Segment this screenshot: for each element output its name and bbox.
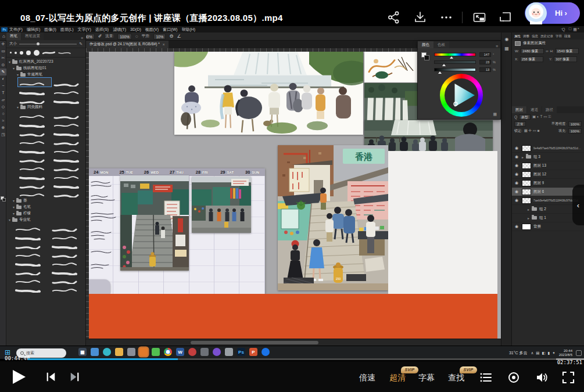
saturation-unit: % [493, 60, 496, 64]
play-button[interactable] [13, 370, 26, 384]
brush-preset: 颜色几滴4 [14, 240, 49, 249]
layer-filter-row: Q 类型 ▣ ◐ T ▭ ⚿ [512, 113, 584, 120]
caret-icon: ▸ [528, 216, 529, 220]
taskbar-app-wechat-icon [152, 348, 160, 356]
vertical-ruler [86, 52, 89, 339]
color-panel-tabs: 颜色 色板 ≡ [418, 41, 500, 48]
eye-icon: ◉ [514, 163, 519, 168]
quality-button[interactable]: 超清 [389, 373, 406, 383]
brush-folder: ▾线稿画笔组01 [6, 65, 85, 71]
current-time: 00:44:40 [5, 355, 30, 361]
eyedropper-tool-icon: ⊙ [0, 62, 6, 69]
login-label: Hi › [555, 9, 567, 17]
panel-dock-strip: ◉ ▦ [501, 33, 511, 346]
grid-panel-icon: ▦ [501, 44, 512, 53]
layers-panel-tabs: 图层 通道 路径 [512, 106, 584, 113]
svip-badge-quality: SVIP [401, 366, 418, 373]
layer-thumbnail [522, 145, 531, 152]
brush-preset: 沉点 [18, 189, 51, 197]
caret-icon: ▾ [13, 205, 15, 209]
ps-menu-item: 3D(D) [130, 27, 141, 31]
next-episode-button[interactable] [69, 371, 81, 383]
properties-panel-tabs: 属性调整信息历史记录字符段落 [512, 33, 584, 39]
fill-label: 填充: [558, 128, 567, 134]
layer-opacity-value: 100% [568, 121, 582, 127]
caret-icon: ▾ [9, 218, 10, 222]
volume-icon[interactable] [535, 371, 549, 384]
previous-episode-button[interactable] [44, 371, 57, 383]
subtitles-button[interactable]: 字幕 [418, 373, 435, 383]
folder-icon [12, 60, 17, 64]
taskbar-apps: ▦WPsP [78, 348, 270, 356]
taskbar-app-explorer-icon [115, 348, 123, 356]
ps-menu-item: 视图(V) [145, 27, 159, 33]
caret-icon: ▾ [17, 105, 19, 109]
fullscreen-icon[interactable] [561, 371, 575, 384]
brush-preset: 大湖子 [52, 145, 85, 154]
folder-icon [20, 73, 26, 77]
taskbar-app-chrome-icon [164, 348, 172, 356]
login-button[interactable]: Hi › [525, 2, 580, 24]
caret-icon: ▾ [9, 60, 10, 64]
layer-row: ◉图层 13 [512, 161, 584, 170]
layer-row: ◉背景 [512, 222, 584, 231]
marquee-tool-icon: ▭ [0, 48, 6, 55]
hue-value: 147 [479, 52, 491, 57]
tab-color: 颜色 [418, 41, 433, 48]
crop-tool-icon: ◳ [0, 131, 6, 138]
playback-speed-button[interactable]: 倍速 [359, 373, 375, 383]
ps-logo-icon: Ps [1, 27, 8, 32]
brush-preset: 蘸水感 [52, 119, 85, 128]
calendar-day-header: 28FRI [189, 168, 214, 176]
brush-preset: 移动人群 [51, 258, 86, 267]
download-icon[interactable] [413, 10, 428, 25]
lens-settings-icon[interactable] [507, 371, 521, 384]
group-folder-icon [526, 155, 531, 159]
find-button[interactable]: 查找 [448, 373, 464, 383]
picture-in-picture-icon[interactable] [472, 10, 487, 25]
playlist-icon[interactable] [479, 371, 493, 384]
properties-object-row: 像素图层属性 [512, 39, 584, 47]
brush-folder: ▾柠檬 [6, 210, 85, 217]
caret-icon: ▸ [522, 155, 524, 159]
topbar-divider [462, 12, 463, 23]
properties-tab: 字符 [556, 34, 562, 38]
more-icon[interactable] [439, 10, 454, 25]
pen-pressure-icon: ✎ [79, 42, 83, 46]
layer-row: ◉▸组 3 [512, 153, 584, 161]
blend-mode-row: 正常 不透明度: 100% [512, 120, 584, 127]
scrollbar-thumb [191, 341, 318, 344]
brightness-slider-row: 13 % [434, 67, 496, 72]
eye-panel-icon: ◉ [501, 35, 512, 44]
brush-preset: 小墨点 [52, 154, 85, 163]
layer-opacity-label: 不透明度: [551, 121, 567, 127]
pressure-opacity-icon: ✐ [98, 34, 102, 39]
link-icon: ∞ [546, 49, 548, 53]
taskbar-app-powerpoint-icon: P [249, 348, 257, 356]
video-player-page: 08_07-以写生为原点的多元创作 | 讲座课（直播2023.08.05）.mp… [0, 0, 584, 392]
clock-time: 20:44 [564, 349, 572, 353]
hydrant-text: 150 [336, 277, 341, 280]
total-time: 02:37:51 [557, 359, 582, 365]
video-content-area[interactable]: 文件(F)编辑(E)图像(I)图层(L)文字(Y)选择(S)滤镜(T)3D(D)… [0, 26, 584, 359]
share-icon[interactable] [386, 10, 402, 25]
brush-folder: ▾常规画笔 [6, 71, 85, 78]
orange-canvas-band [88, 294, 497, 339]
angle-icon: ∠ [177, 34, 181, 39]
playlist-expand-button[interactable]: ‹ [572, 185, 584, 225]
brush-preset: 墨点 [52, 189, 85, 197]
brush-preset: 云朵刷 [51, 275, 86, 284]
brush-preset: 肌理横 [18, 128, 51, 136]
brush-preset: 铅笔薄涂6B [18, 87, 51, 95]
lock-icons: ▦ ✛ ▭ ■ [524, 128, 540, 133]
progress-bar-row: 00:44:40 02:37:51 [0, 357, 584, 361]
eye-icon: ◉ [514, 146, 519, 150]
brush-preset: 彩铅蘸笔小号 [18, 95, 51, 104]
floating-window-icon[interactable] [498, 10, 513, 25]
calendar-planner-artwork: 24MON25TUE26WED27THU28FRI29SAT30SUN [88, 168, 265, 294]
hong-kong-street-photo [192, 177, 251, 233]
fill-value: 100% [568, 128, 582, 134]
zoom-tool-icon: ⊕ [0, 124, 6, 131]
seek-bar[interactable] [28, 358, 584, 360]
group-folder-icon [532, 207, 537, 211]
